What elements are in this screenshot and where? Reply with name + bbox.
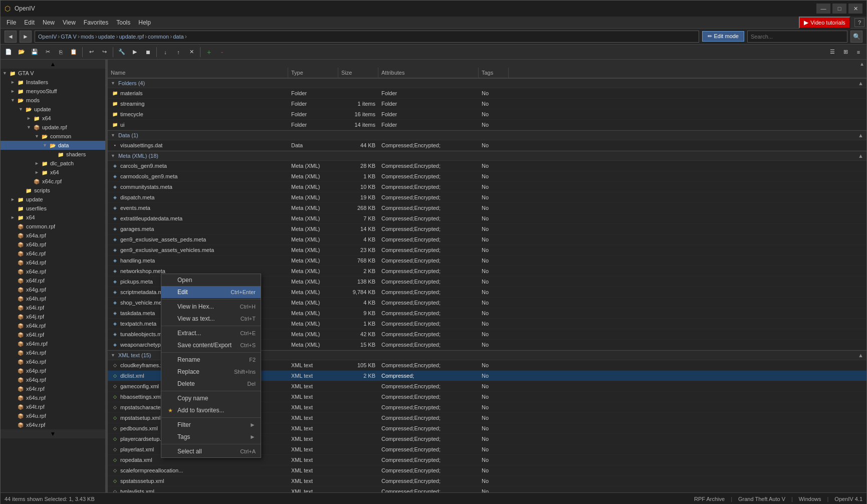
table-row[interactable]: ◈garages.meta Meta (XML) 14 KB Compresse…	[108, 224, 866, 234]
maximize-button[interactable]: □	[832, 4, 846, 14]
group-header-folders[interactable]: ▼ Folders (4) ▲	[108, 78, 866, 88]
sidebar-item-mods[interactable]: ▼ 📂 mods	[1, 96, 105, 105]
sidebar-item-update-mods[interactable]: ▼ 📂 update	[1, 105, 105, 114]
minimize-button[interactable]: —	[816, 4, 830, 14]
toolbar-import[interactable]: ↑	[172, 46, 184, 58]
sidebar-item-x64-root[interactable]: ► 📁 x64	[1, 213, 105, 222]
sidebar-item-x64l[interactable]: 📦 x64l.rpf	[1, 330, 105, 339]
sidebar-item-x64c[interactable]: 📦 x64c.rpf	[1, 249, 105, 258]
toolbar-remove[interactable]: -	[216, 46, 228, 58]
sidebar-item-gtav[interactable]: ▼ 📁 GTA V	[1, 69, 105, 78]
sidebar-item-update-root[interactable]: ► 📁 update	[1, 195, 105, 204]
table-row[interactable]: ▪visualsettings.dat Data 44 KB Compresse…	[108, 140, 866, 151]
ctx-edit[interactable]: Edit Ctrl+Enter	[161, 286, 261, 298]
sidebar-item-x64f[interactable]: 📦 x64f.rpf	[1, 276, 105, 285]
toolbar-stop[interactable]: ⏹	[142, 46, 154, 58]
menu-new[interactable]: New	[39, 18, 59, 27]
sidebar-item-x64p[interactable]: 📦 x64p.rpf	[1, 366, 105, 375]
sidebar-item-x64q[interactable]: 📦 x64q.rpf	[1, 375, 105, 384]
sidebar-item-x64o[interactable]: 📦 x64o.rpf	[1, 357, 105, 366]
ctx-add-favorites[interactable]: ★ Add to favorites...	[161, 404, 261, 416]
col-header-size[interactable]: Size	[338, 68, 378, 78]
sidebar-item-x64d[interactable]: 📦 x64d.rpf	[1, 258, 105, 267]
group-header-meta[interactable]: ▼ Meta (XML) (18) ▲	[108, 151, 866, 161]
sidebar-item-x64t[interactable]: 📦 x64t.rpf	[1, 402, 105, 411]
sidebar-item-common[interactable]: ▼ 📂 common	[1, 132, 105, 141]
sidebar-item-x64a[interactable]: 📦 x64a.rpf	[1, 231, 105, 240]
forward-button[interactable]: ►	[20, 31, 32, 43]
ctx-tags[interactable]: Tags ►	[161, 431, 261, 443]
sidebar-item-menyoostuff[interactable]: ► 📁 menyooStuff	[1, 87, 105, 96]
sidebar-item-data[interactable]: ▼ 📂 data	[1, 141, 105, 150]
toolbar-delete[interactable]: ✕	[185, 46, 197, 58]
ctx-rename[interactable]: Rename F2	[161, 354, 261, 366]
sidebar-item-dlc-patch[interactable]: ► 📁 dlc_patch	[1, 159, 105, 168]
col-header-type[interactable]: Type	[288, 68, 338, 78]
search-input[interactable]	[747, 31, 847, 43]
sidebar-item-updaterpf[interactable]: ▼ 📦 update.rpf	[1, 123, 105, 132]
table-row[interactable]: ◈extratitleupdatedata.meta Meta (XML) 7 …	[108, 213, 866, 224]
sidebar-item-x64e[interactable]: 📦 x64e.rpf	[1, 267, 105, 276]
table-row[interactable]: 📁timecycle Folder 16 items Folder No	[108, 109, 866, 120]
table-row[interactable]: ◈dispatch.meta Meta (XML) 19 KB Compress…	[108, 192, 866, 203]
breadcrumb-mods[interactable]: mods	[81, 34, 94, 40]
sidebar-item-x64s[interactable]: 📦 x64s.rpf	[1, 393, 105, 402]
sidebar-item-x64v[interactable]: 📦 x64v.rpf	[1, 420, 105, 429]
breadcrumb-data[interactable]: data	[173, 34, 183, 40]
view-grid-button[interactable]: ⊞	[839, 46, 851, 58]
sidebar-item-x64k[interactable]: 📦 x64k.rpf	[1, 321, 105, 330]
sidebar-item-userfiles[interactable]: 📁 userfiles	[1, 204, 105, 213]
ctx-save-export[interactable]: Save content/Export Ctrl+S	[161, 339, 261, 351]
ctx-view-text[interactable]: View as text... Ctrl+T	[161, 313, 261, 325]
ctx-view-hex[interactable]: View in Hex... Ctrl+H	[161, 301, 261, 313]
breadcrumb-gtav[interactable]: GTA V	[61, 34, 77, 40]
toolbar-open[interactable]: 📂	[16, 46, 28, 58]
toolbar-add[interactable]: +	[203, 46, 215, 58]
sidebar-item-x64c-mods[interactable]: 📦 x64c.rpf	[1, 177, 105, 186]
menu-tools[interactable]: Tools	[112, 18, 134, 27]
sidebar-item-shaders[interactable]: 📁 shaders	[1, 150, 105, 159]
menu-help[interactable]: Help	[134, 18, 155, 27]
table-row[interactable]: ◈carmodcols_gen9.meta Meta (XML) 1 KB Co…	[108, 171, 866, 182]
ctx-select-all[interactable]: Select all Ctrl+A	[161, 445, 261, 457]
col-header-tags[interactable]: Tags	[479, 68, 509, 78]
menu-favorites[interactable]: Favorites	[80, 18, 112, 27]
toolbar-paste[interactable]: 📋	[68, 46, 80, 58]
table-row[interactable]: 📁ui Folder 14 items Folder No	[108, 120, 866, 130]
ctx-replace[interactable]: Replace Shift+Ins	[161, 366, 261, 378]
help-icon-button[interactable]: ?	[854, 18, 864, 27]
back-button[interactable]: ◄	[5, 31, 17, 43]
table-row[interactable]: ◈carcols_gen9.meta Meta (XML) 28 KB Comp…	[108, 161, 866, 171]
menu-edit[interactable]: Edit	[20, 18, 39, 27]
sidebar-item-x64u[interactable]: 📦 x64u.rpf	[1, 411, 105, 420]
breadcrumb-updaterpf[interactable]: update.rpf	[119, 34, 144, 40]
table-row[interactable]: 📁materials Folder Folder No	[108, 88, 866, 99]
group-collapse-meta[interactable]: ▲	[858, 153, 863, 159]
sidebar-item-x64m[interactable]: 📦 x64m.rpf	[1, 339, 105, 348]
edit-mode-button[interactable]: ✏ Edit mode	[702, 31, 744, 42]
sidebar-item-x64g[interactable]: 📦 x64g.rpf	[1, 285, 105, 294]
breadcrumb-common[interactable]: common	[148, 34, 169, 40]
toolbar-run[interactable]: ▶	[129, 46, 141, 58]
toolbar-save[interactable]: 💾	[29, 46, 41, 58]
ctx-filter[interactable]: Filter ►	[161, 419, 261, 431]
toolbar-cut[interactable]: ✂	[42, 46, 54, 58]
search-button[interactable]: 🔍	[850, 31, 862, 43]
video-tutorials-button[interactable]: ▶ Video tutorials	[799, 17, 850, 29]
filelist-scroll-up-arrow[interactable]: ▲	[859, 61, 864, 67]
sidebar-item-x64h[interactable]: 📦 x64h.rpf	[1, 294, 105, 303]
sidebar-item-x64i[interactable]: 📦 x64i.rpf	[1, 303, 105, 312]
sidebar-item-x64-update[interactable]: ► 📁 x64	[1, 114, 105, 123]
table-row[interactable]: ◈events.meta Meta (XML) 268 KB Compresse…	[108, 203, 866, 213]
toolbar-undo[interactable]: ↩	[85, 46, 97, 58]
sidebar-item-common-rpf[interactable]: 📦 common.rpf	[1, 222, 105, 231]
toolbar-extract[interactable]: ↓	[159, 46, 171, 58]
group-header-data[interactable]: ▼ Data (1) ▲	[108, 130, 866, 140]
toolbar-rebuild[interactable]: 🔧	[116, 46, 128, 58]
table-row[interactable]: ◈gen9_exclusive_assets_peds.meta Meta (X…	[108, 234, 866, 245]
scroll-down-btn[interactable]: ▼	[1, 429, 105, 438]
menu-file[interactable]: File	[3, 18, 20, 27]
table-row[interactable]: 📁streaming Folder 1 items Folder No	[108, 99, 866, 109]
table-row[interactable]: ◈communitystats.meta Meta (XML) 10 KB Co…	[108, 182, 866, 192]
group-collapse-folders[interactable]: ▲	[858, 80, 863, 86]
